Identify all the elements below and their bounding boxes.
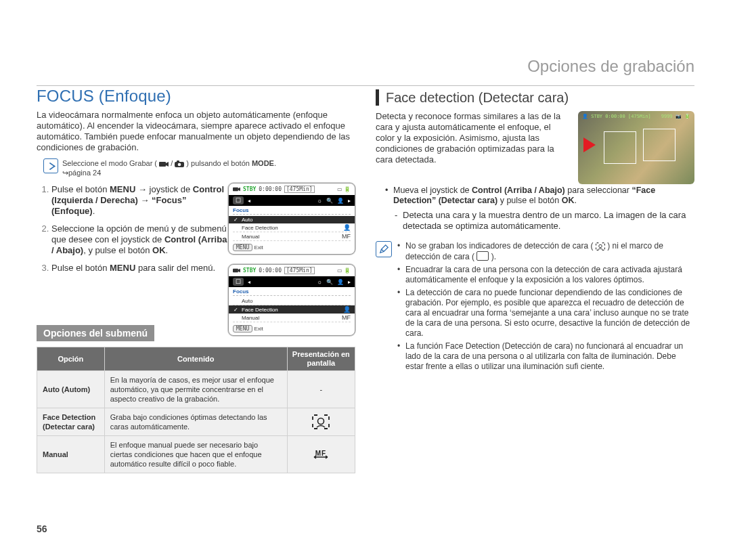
table-row: Manual El enfoque manual puede ser neces…: [37, 436, 355, 473]
movie-mode-icon: [233, 186, 240, 192]
face-detect-icon: [596, 242, 605, 251]
focus-intro: La videocámara normalmente enfoca un obj…: [37, 110, 355, 153]
notes-block: No se graban los indicadores de detecció…: [376, 241, 694, 374]
manual-focus-icon: MF: [311, 447, 330, 462]
svg-point-6: [318, 418, 324, 424]
step-3: Pulse el botón MENU para salir del menú.: [51, 263, 227, 274]
face-detect-icon: [312, 414, 330, 429]
note-pencil-icon: [376, 241, 392, 257]
movie-mode-icon: [159, 160, 169, 168]
face-box-icon: [643, 129, 675, 161]
camera-menu-screenshot-2: STBY0:00:00[475Min]▭ 🔋 ☐◂☼🔍👤▸ Focus Auto…: [228, 264, 355, 336]
svg-rect-3: [177, 160, 179, 163]
table-row: Auto (Autom) En la mayoría de casos, es …: [37, 371, 355, 408]
movie-mode-icon: [233, 267, 240, 274]
svg-rect-5: [233, 269, 238, 273]
play-triangle-icon: [583, 137, 596, 152]
face-detection-intro: Detecta y reconoce formas similares a la…: [376, 111, 570, 165]
instruction-detect-result: Detecta una cara y la muestra dentro de …: [395, 210, 694, 232]
section-bar-icon: [376, 89, 379, 106]
note-item: La detección de cara no puede funcionar …: [397, 288, 694, 339]
focus-heading: FOCUS (Enfoque): [37, 87, 355, 106]
menu-tab-icon: ☐: [233, 196, 244, 204]
note-item: No se graban los indicadores de detecció…: [397, 241, 694, 262]
submenu-options-table: Opción Contenido Presentación en pantall…: [37, 347, 355, 473]
step-2: Seleccione la opción de menú y de submen…: [51, 223, 227, 256]
table-header-display: Presentación en pantalla: [287, 347, 355, 371]
table-header-content: Contenido: [104, 347, 287, 371]
left-column: FOCUS (Enfoque) La videocámara normalmen…: [37, 87, 355, 473]
photo-mode-icon: [175, 160, 184, 168]
table-header-option: Opción: [37, 347, 105, 371]
face-detection-preview: 👤 STBY 0:00:00 [475Min] 9999 📷 🔋: [578, 111, 694, 184]
mode-note: Seleccione el modo Grabar ( / ) pulsando…: [43, 158, 355, 177]
camera-menu-screenshot-1: STBY0:00:00[475Min]▭ 🔋 ☐◂☼🔍👤▸ Focus ✓Aut…: [228, 183, 355, 255]
step-1: Pulse el botón MENU → joystick de Contro…: [51, 184, 227, 217]
face-detection-heading: Face detection (Detectar cara): [386, 90, 569, 106]
instruction-move-joystick: Mueva el joystick de Control (Arriba / A…: [385, 186, 694, 206]
submenu-options-heading: Opciones del submenú: [37, 325, 154, 341]
check-box-icon: [43, 158, 58, 173]
right-column: Face detection (Detectar cara) Detecta y…: [376, 87, 694, 473]
breadcrumb: Opciones de grabación: [527, 57, 694, 76]
page-number: 56: [37, 523, 47, 534]
menu-title: Focus: [233, 207, 351, 215]
table-row: Face Detection (Detectar cara) Graba baj…: [37, 408, 355, 436]
svg-point-8: [599, 244, 602, 248]
divider: [37, 85, 694, 86]
svg-point-2: [178, 163, 181, 167]
svg-rect-4: [233, 188, 238, 192]
note-item: La función Face Detection (Detección de …: [397, 341, 694, 372]
menu-title: Focus: [233, 288, 351, 296]
svg-rect-0: [159, 162, 166, 167]
svg-text:MF: MF: [315, 450, 326, 457]
frame-icon: [477, 251, 489, 261]
menu-tab-icon: ☐: [233, 278, 244, 286]
face-box-icon: [604, 131, 636, 164]
note-item: Encuadrar la cara de una persona con la …: [397, 265, 694, 285]
